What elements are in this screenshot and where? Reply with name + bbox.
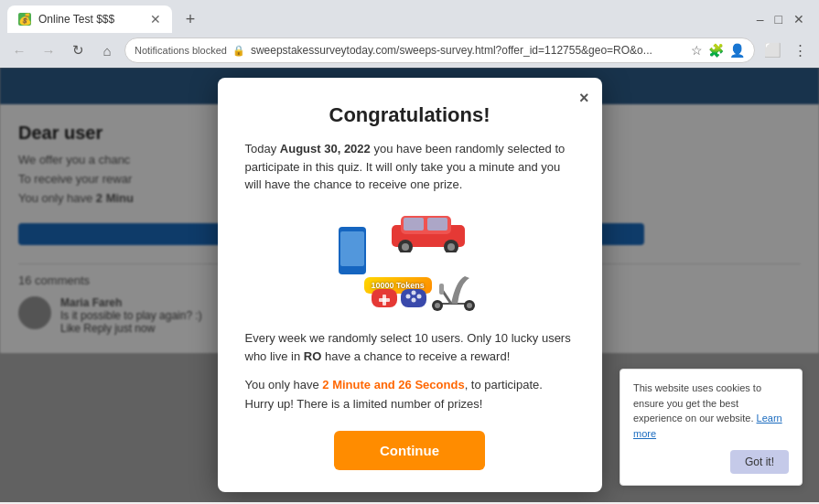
home-button[interactable]: ⌂ xyxy=(95,38,119,62)
prize-scooter xyxy=(428,258,479,316)
svg-rect-3 xyxy=(427,218,447,231)
congratulations-modal: × Congratulations! Today August 30, 2022… xyxy=(218,78,602,492)
prizes-image: 10000 Tokens xyxy=(337,207,483,316)
modal-intro-text: Today August 30, 2022 you have been rand… xyxy=(245,140,575,194)
svg-point-21 xyxy=(435,303,440,308)
tab-favicon: 💰 xyxy=(18,13,31,26)
new-tab-button[interactable]: + xyxy=(178,6,203,32)
menu-icon[interactable]: ⋮ xyxy=(788,38,812,62)
prize-phone xyxy=(339,227,366,278)
address-bar: ← → ↻ ⌂ Notifications blocked 🔒 sweepsta… xyxy=(0,33,819,68)
profile-icon[interactable]: 👤 xyxy=(729,43,745,58)
svg-point-16 xyxy=(416,294,421,298)
cookie-text: This website uses cookies to ensure you … xyxy=(633,381,789,441)
svg-point-15 xyxy=(411,297,415,302)
extensions-icon[interactable]: 🧩 xyxy=(708,43,724,58)
svg-rect-13 xyxy=(379,298,390,302)
browser-actions: ⬜ ⋮ xyxy=(760,38,812,62)
minimize-icon[interactable]: – xyxy=(757,12,764,27)
modal-title: Congratulations! xyxy=(245,103,575,127)
svg-rect-2 xyxy=(404,218,424,231)
lock-icon: 🔒 xyxy=(232,45,245,57)
sidebar-icon[interactable]: ⬜ xyxy=(760,38,784,62)
svg-point-14 xyxy=(405,294,410,298)
url-text: sweepstakessurveytoday.com/sweeps-survey… xyxy=(251,44,682,57)
forward-button[interactable]: → xyxy=(37,38,60,62)
browser-chrome: 💰 Online Test $$$ ✕ + – □ ✕ ← → ↻ ⌂ Noti… xyxy=(0,0,819,68)
svg-point-5 xyxy=(402,243,409,251)
modal-cta: Continue xyxy=(245,431,575,470)
svg-point-7 xyxy=(447,243,455,251)
tab-title: Online Test $$$ xyxy=(38,13,114,26)
modal-close-button[interactable]: × xyxy=(579,89,589,108)
tab-bar: 💰 Online Test $$$ ✕ + – □ ✕ xyxy=(0,0,819,33)
active-tab[interactable]: 💰 Online Test $$$ ✕ xyxy=(7,5,172,33)
url-input[interactable]: Notifications blocked 🔒 sweepstakessurve… xyxy=(124,38,755,63)
svg-point-17 xyxy=(411,290,415,295)
close-icon[interactable]: ✕ xyxy=(793,12,804,27)
prize-controller xyxy=(372,285,426,315)
continue-button[interactable]: Continue xyxy=(334,431,485,470)
bookmark-icon[interactable]: ☆ xyxy=(691,43,703,58)
tab-close-button[interactable]: ✕ xyxy=(150,12,161,27)
svg-point-23 xyxy=(467,303,472,308)
svg-rect-9 xyxy=(340,231,364,266)
modal-weekly-text: Every week we randomly select 10 users. … xyxy=(245,329,575,368)
back-button[interactable]: ← xyxy=(7,38,31,62)
svg-rect-19 xyxy=(439,284,444,295)
window-controls: – □ ✕ xyxy=(757,12,812,27)
restore-icon[interactable]: □ xyxy=(775,12,782,27)
notifications-blocked-label: Notifications blocked xyxy=(135,45,227,56)
cookie-notice: This website uses cookies to ensure you … xyxy=(620,369,803,486)
cookie-accept-button[interactable]: Got it! xyxy=(730,450,789,474)
page-background: Congratulations! Dear user We offer you … xyxy=(0,68,819,502)
prize-car xyxy=(387,209,469,252)
refresh-button[interactable]: ↻ xyxy=(66,38,90,62)
modal-timer-text: You only have 2 Minute and 26 Seconds, t… xyxy=(245,376,575,414)
prizes-illustration: 10000 Tokens xyxy=(245,207,575,316)
